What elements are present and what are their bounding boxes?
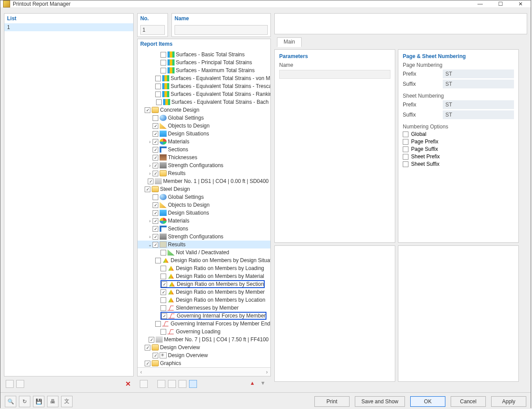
numbering-option[interactable]: Global [403,131,514,137]
copy-icon[interactable] [140,380,148,388]
page-suffix-input[interactable] [443,80,514,88]
tree-node[interactable]: Surfaces - Principal Total Strains [138,58,270,66]
tree-node[interactable]: Not Valid / Deactivated [138,248,270,256]
tree-checkbox[interactable]: ✓ [153,139,158,145]
tree-checkbox[interactable] [160,52,166,58]
tree-checkbox[interactable]: ✓ [153,353,158,358]
tree-node[interactable]: Design Ratio on Members by Location [138,296,270,304]
apply-button[interactable]: Apply [491,396,526,407]
printer-icon[interactable]: 🖶 [47,396,58,407]
tree-node[interactable]: Design Ratio on Members by Loading [138,264,270,272]
tree-checkbox[interactable] [153,194,158,200]
tree-node[interactable]: Global Settings [138,193,270,201]
tree-node[interactable]: Design Ratio on Members by Material [138,272,270,280]
tree-node[interactable]: Slendernesses by Member [138,304,270,312]
tree-node[interactable]: ✓Objects to Design [138,122,270,130]
tree-node[interactable]: ✓Design Situations [138,130,270,138]
checkbox[interactable] [403,139,408,145]
tree-node[interactable]: ✓Sections [138,225,270,233]
tree-node[interactable]: ›✓Results [138,169,270,177]
expand-arrow-icon[interactable]: › [147,234,153,239]
tree-checkbox[interactable]: ✓ [153,242,158,248]
tree-hscroll[interactable]: ‹ › [138,367,270,376]
ok-button[interactable]: OK [410,396,445,407]
cancel-button[interactable]: Cancel [451,396,486,407]
numbering-option[interactable]: Page Prefix [403,139,514,145]
tree-node[interactable]: ✓Concrete Design [138,106,270,114]
list-item[interactable]: 1 [4,23,133,31]
tree-checkbox[interactable]: ✓ [153,218,158,224]
checkbox[interactable] [403,161,408,167]
report-items-tree[interactable]: Surfaces - Basic Total StrainsSurfaces -… [138,49,270,367]
tree-node[interactable]: Governing Loading [138,328,270,336]
tree-checkbox[interactable]: ✓ [153,202,158,208]
tree-checkbox[interactable]: ✓ [145,361,150,366]
warning-up-icon[interactable]: ▲ [250,380,258,388]
tree-checkbox[interactable]: ✓ [153,147,158,153]
tree-node[interactable]: ✓Design Overview [138,343,270,351]
scroll-right-icon[interactable]: › [266,369,268,375]
tree-node[interactable]: ✓Design Situations [138,209,270,217]
tree-checkbox[interactable]: ✓ [145,107,150,113]
tree-checkbox[interactable]: ✓ [145,345,150,351]
tree-checkbox[interactable] [155,321,161,327]
tree-checkbox[interactable] [160,68,166,73]
no-input[interactable] [140,25,165,35]
tree-node[interactable]: Surfaces - Basic Total Strains [138,51,270,58]
filter-icon[interactable] [189,380,197,388]
parameters-name-input[interactable] [279,70,390,79]
tree-checkbox[interactable] [155,258,161,263]
refresh-icon[interactable]: ↻ [19,396,30,407]
tree-checkbox[interactable]: ✓ [153,171,158,176]
tree-node[interactable]: ✓Governing Internal Forces by Member [138,312,270,320]
tree-node[interactable]: ✓Sections [138,146,270,153]
tree-node[interactable]: ✓Design Overview [138,351,270,359]
sheet-suffix-input[interactable] [443,110,514,119]
help-icon[interactable]: 🔍 [5,396,16,407]
duplicate-report-icon[interactable] [16,380,24,388]
tree-checkbox[interactable] [155,84,161,89]
expand-arrow-icon[interactable]: › [147,139,153,144]
tree-checkbox[interactable] [156,99,162,105]
maximize-button[interactable]: ☐ [490,0,510,7]
tree-checkbox[interactable]: ✓ [148,179,153,184]
check-all-icon[interactable] [157,380,165,388]
tree-node[interactable]: ›✓Strength Configurations [138,233,270,241]
tree-node[interactable]: ›✓Materials [138,217,270,225]
tree-node[interactable]: Surfaces - Equivalent Total Strains - Ra… [138,90,270,98]
tree-checkbox[interactable]: ✓ [149,337,154,343]
tree-checkbox[interactable] [160,60,166,66]
tree-node[interactable]: Surfaces - Equivalent Total Strains - vo… [138,74,270,82]
warning-down-icon[interactable]: ▼ [260,380,268,388]
tree-node[interactable]: ✓Design Ratio on Members by Member [138,288,270,296]
language-icon[interactable]: 文 [61,396,73,407]
expand-arrow-icon[interactable]: › [147,171,153,176]
checkbox[interactable] [403,154,408,160]
scroll-left-icon[interactable]: ‹ [140,369,142,375]
tree-node[interactable]: Surfaces - Maximum Total Strains [138,66,270,74]
tree-node[interactable]: ✓Steel Design [138,185,270,193]
tree-checkbox[interactable]: ✓ [153,210,158,216]
tree-node[interactable]: ✓Objects to Design [138,201,270,209]
minimize-button[interactable]: — [470,0,490,7]
page-prefix-input[interactable] [443,69,514,78]
numbering-option[interactable]: Sheet Prefix [403,153,514,160]
tree-node[interactable]: ›✓Materials [138,138,270,146]
tree-node[interactable]: ✓Member No. 7 | DS1 | CO4 | 7.50 ft | FF… [138,336,270,343]
numbering-option[interactable]: Sheet Suffix [403,161,514,167]
tree-checkbox[interactable] [160,297,166,303]
tree-checkbox[interactable]: ✓ [153,163,158,168]
tree-checkbox[interactable] [155,76,161,81]
numbering-option[interactable]: Page Suffix [403,146,514,152]
save-and-show-button[interactable]: Save and Show [355,396,405,407]
tree-node[interactable]: Design Ratio on Members by Design Situat… [138,256,270,264]
checkbox[interactable] [403,146,408,152]
tree-checkbox[interactable]: ✓ [161,313,167,319]
new-report-icon[interactable] [6,380,14,388]
tree-checkbox[interactable] [160,250,166,256]
tree-node[interactable]: ✓Graphics [138,359,270,367]
delete-report-icon[interactable]: ✕ [124,380,132,388]
tree-checkbox[interactable]: ✓ [153,123,158,129]
tree-node[interactable]: ✓Thicknesses [138,153,270,161]
tree-checkbox[interactable]: ✓ [153,226,158,232]
